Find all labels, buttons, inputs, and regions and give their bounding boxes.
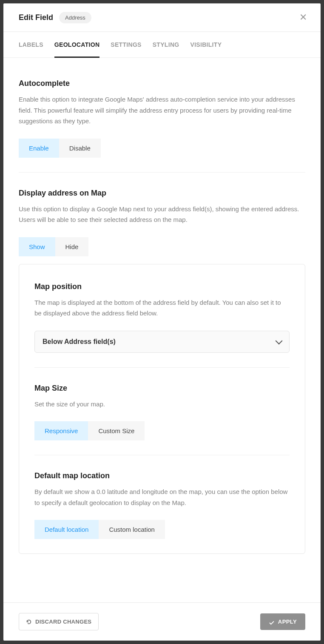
apply-button[interactable]: APPLY [260,613,305,630]
autocomplete-toggle: Enable Disable [19,139,305,158]
apply-label: APPLY [278,618,297,625]
display-map-toggle: Show Hide [19,237,305,256]
tab-settings[interactable]: SETTINGS [111,32,141,57]
section-title: Map Size [34,384,290,393]
hide-button[interactable]: Hide [55,237,89,256]
close-button[interactable]: ✕ [298,11,309,24]
autocomplete-section: Autocomplete Enable this option to integ… [19,63,305,172]
modal-title: Edit Field [19,13,53,22]
responsive-button[interactable]: Responsive [34,421,88,440]
modal-header: Edit Field Address ✕ [3,3,321,32]
section-description: Use this option to display a Google Map … [19,204,305,225]
disable-button[interactable]: Disable [59,139,101,158]
tab-geolocation[interactable]: GEOLOCATION [54,32,99,58]
chevron-down-icon [276,337,283,344]
default-location-button[interactable]: Default location [34,520,99,539]
section-title: Map position [34,282,290,291]
check-icon [269,620,275,624]
close-icon: ✕ [299,12,307,23]
custom-location-button[interactable]: Custom location [99,520,165,539]
section-title: Autocomplete [19,79,305,88]
map-position-section: Map position The map is displayed at the… [34,264,290,367]
tab-labels[interactable]: LABELS [19,32,43,57]
map-settings-card: Map position The map is displayed at the… [19,264,305,554]
default-location-toggle: Default location Custom location [34,520,290,539]
section-description: Set the size of your map. [34,399,290,410]
edit-field-modal: Edit Field Address ✕ LABELS GEOLOCATION … [3,3,321,641]
undo-icon [26,619,32,625]
modal-footer: DISCARD CHANGES APPLY [3,602,321,641]
map-position-select[interactable]: Below Address field(s) [34,331,290,353]
section-title: Default map location [34,471,290,480]
discard-label: DISCARD CHANGES [35,618,91,625]
section-description: Enable this option to integrate Google M… [19,94,305,127]
show-button[interactable]: Show [19,237,55,256]
section-title: Display address on Map [19,189,305,198]
map-size-section: Map Size Set the size of your map. Respo… [34,367,290,455]
modal-content: Autocomplete Enable this option to integ… [3,58,321,602]
discard-changes-button[interactable]: DISCARD CHANGES [19,613,99,630]
field-type-badge: Address [59,12,91,23]
tab-bar: LABELS GEOLOCATION SETTINGS STYLING VISI… [3,32,321,58]
tab-visibility[interactable]: VISIBILITY [190,32,222,57]
display-map-section: Display address on Map Use this option t… [19,172,305,554]
header-left: Edit Field Address [19,12,91,23]
default-location-section: Default map location By default we show … [34,455,290,553]
tab-styling[interactable]: STYLING [153,32,179,57]
map-position-select-wrap: Below Address field(s) [34,331,290,353]
map-size-toggle: Responsive Custom Size [34,421,290,440]
select-value: Below Address field(s) [43,338,116,346]
section-description: By default we show a 0.0 latitude and lo… [34,486,290,508]
section-description: The map is displayed at the bottom of th… [34,297,290,319]
custom-size-button[interactable]: Custom Size [88,421,145,440]
enable-button[interactable]: Enable [19,139,59,158]
